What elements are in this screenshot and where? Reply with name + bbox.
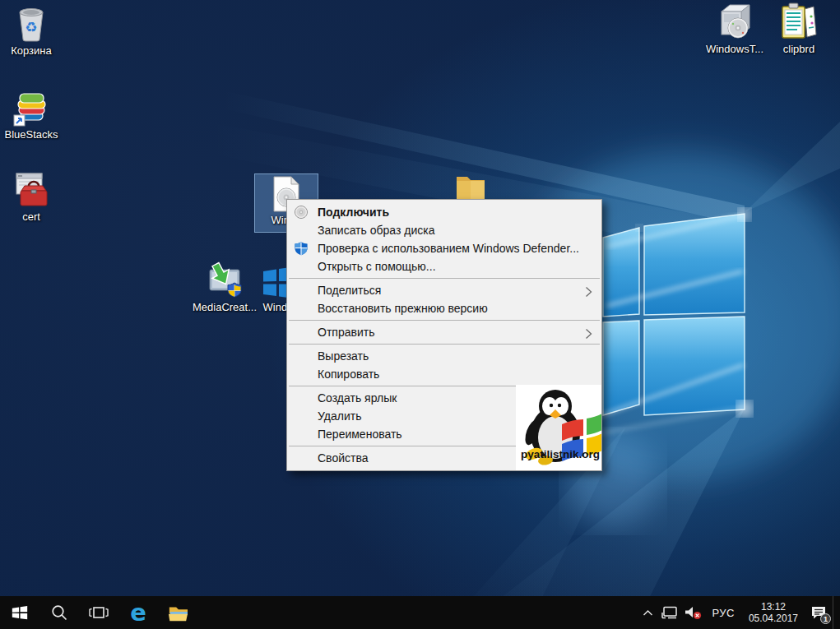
- menu-item-cut[interactable]: Вырезать: [287, 347, 601, 365]
- search-icon: [50, 604, 68, 622]
- clipboard-icon: [768, 3, 830, 41]
- defender-shield-icon: [294, 241, 309, 256]
- menu-item-label: Подключить: [318, 206, 389, 219]
- edge-button[interactable]: e: [118, 596, 158, 629]
- recycle-bin-icon: ♻: [0, 5, 63, 43]
- ethernet-network-icon: [661, 605, 678, 620]
- search-button[interactable]: [39, 596, 79, 629]
- tray-network-button[interactable]: [658, 596, 681, 629]
- tray-date: 05.04.2017: [749, 613, 798, 624]
- menu-item-label: Переименовать: [318, 428, 402, 441]
- penguin-watermark-icon: pyatilistnik.org: [516, 385, 601, 470]
- tray-time: 13:12: [749, 601, 798, 613]
- windows-start-icon: [11, 604, 29, 622]
- menu-separator: [289, 320, 600, 321]
- icon-label: WindowsT...: [703, 44, 766, 55]
- icon-label: MediaCreat...: [193, 302, 255, 313]
- menu-item-copy[interactable]: Копировать: [287, 365, 601, 383]
- menu-item-open-with[interactable]: Открыть с помощью...: [287, 257, 601, 275]
- menu-item-label: Вырезать: [318, 349, 369, 363]
- menu-item-restore-previous-version[interactable]: Восстановить прежнюю версию: [287, 299, 601, 317]
- menu-item-label: Проверка с использованием Windows Defend…: [318, 242, 579, 255]
- notification-badge: 1: [820, 613, 831, 624]
- menu-item-label: Отправить: [318, 326, 374, 339]
- icon-label: clipbrd: [768, 44, 830, 55]
- edge-icon: e: [130, 601, 146, 625]
- task-view-icon: [88, 604, 109, 621]
- volume-muted-icon: [685, 605, 702, 620]
- tray-chevron-button[interactable]: [637, 596, 658, 629]
- folder-icon: [439, 163, 502, 201]
- menu-item-label: Создать ярлык: [318, 391, 397, 405]
- menu-item-share[interactable]: Поделиться: [287, 281, 601, 299]
- chevron-up-icon: [643, 609, 653, 617]
- desktop-icon-recycle-bin[interactable]: ♻ Корзина: [0, 5, 63, 57]
- watermark-text: pyatilistnik.org: [521, 448, 600, 460]
- start-button[interactable]: [0, 596, 39, 629]
- menu-item-send-to[interactable]: Отправить: [287, 323, 601, 341]
- menu-item-scan-with-defender[interactable]: Проверка с использованием Windows Defend…: [287, 239, 601, 257]
- bluestacks-icon: [0, 89, 63, 127]
- file-explorer-icon: [167, 603, 188, 622]
- desktop-wallpaper: ♻ Корзина BlueStacks: [0, 0, 840, 629]
- tray-language-indicator[interactable]: РУС: [704, 596, 742, 629]
- disc-icon: [294, 205, 309, 220]
- menu-item-label: Восстановить прежнюю версию: [318, 302, 488, 315]
- icon-label: cert: [0, 211, 63, 223]
- desktop-icon-bluestacks[interactable]: BlueStacks: [0, 89, 63, 141]
- desktop-icon-media-creation-tool[interactable]: MediaCreat...: [193, 261, 255, 313]
- submenu-arrow-icon: [585, 284, 592, 296]
- menu-item-label: Удалить: [318, 409, 361, 423]
- system-tray: РУС 13:12 05.04.2017 1: [637, 596, 840, 629]
- task-view-button[interactable]: [79, 596, 118, 629]
- icon-label: Корзина: [0, 45, 63, 57]
- menu-item-label: Записать образ диска: [318, 224, 434, 237]
- menu-item-burn-disc-image[interactable]: Записать образ диска: [287, 221, 601, 239]
- menu-separator: [289, 278, 600, 279]
- show-desktop-button[interactable]: [833, 596, 837, 629]
- menu-separator: [289, 344, 600, 345]
- context-menu: Подключить Записать образ диска Проверка…: [286, 199, 602, 471]
- svg-text:♻: ♻: [25, 19, 37, 35]
- tray-clock[interactable]: 13:12 05.04.2017: [742, 596, 805, 629]
- installer-box-icon: [703, 3, 766, 41]
- watermark-pyatilistnik: pyatilistnik.org: [516, 385, 601, 470]
- taskbar: e: [0, 596, 840, 629]
- file-explorer-button[interactable]: [158, 596, 197, 629]
- taskbar-left-buttons: e: [0, 596, 197, 629]
- desktop-icon-windows-installer[interactable]: WindowsT...: [703, 3, 766, 55]
- desktop-icon-clipbrd[interactable]: clipbrd: [768, 3, 830, 55]
- menu-item-label: Свойства: [318, 451, 368, 465]
- menu-item-label: Копировать: [318, 368, 379, 381]
- menu-item-label: Открыть с помощью...: [318, 260, 436, 273]
- tray-volume-button[interactable]: [681, 596, 704, 629]
- desktop-icon-folder[interactable]: [439, 163, 502, 203]
- menu-item-label: Поделиться: [318, 284, 381, 297]
- desktop-icon-cert[interactable]: cert: [0, 171, 63, 223]
- media-creation-tool-icon: [193, 261, 255, 299]
- icon-label: BlueStacks: [0, 129, 63, 141]
- menu-item-mount[interactable]: Подключить: [287, 203, 601, 221]
- action-center-button[interactable]: 1: [805, 596, 833, 629]
- submenu-arrow-icon: [585, 326, 592, 338]
- toolbox-icon: [0, 171, 63, 209]
